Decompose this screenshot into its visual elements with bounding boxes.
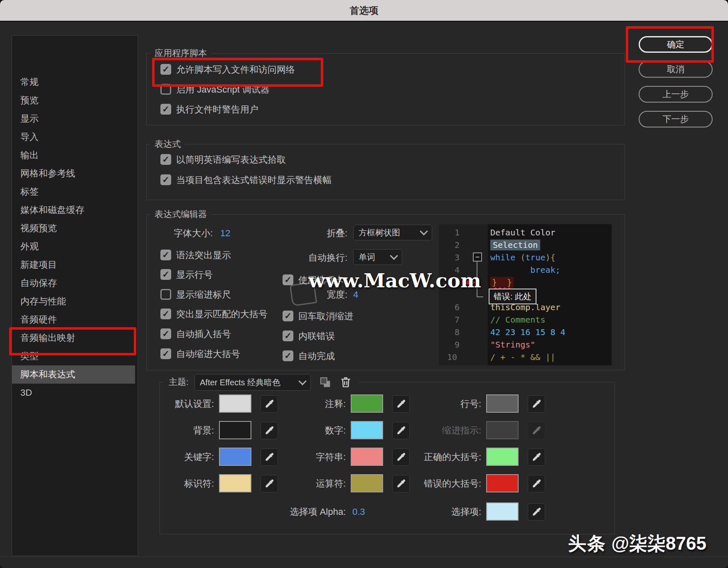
eyedropper-icon[interactable]	[528, 475, 545, 492]
preferences-dialog: 首选项 常规 预览 显示 导入 输出 网格和参考线 标签 媒体和磁盘缓存 视频预…	[0, 0, 728, 568]
color-indent-label: 缩进指示:	[390, 425, 481, 436]
checkbox-syntax-highlight[interactable]: ✓	[160, 250, 171, 260]
eyedropper-icon[interactable]	[528, 395, 545, 413]
checkbox-allow-scripts-write[interactable]: ✓	[160, 64, 171, 75]
code-line-string: "Strings"	[490, 338, 535, 351]
color-incorrect-braces-swatch[interactable]	[486, 474, 519, 492]
checkbox-warn-on-execute-label: 执行文件时警告用户	[176, 104, 258, 115]
line-number: 9	[439, 338, 460, 351]
group-expression-editor-title: 表达式编辑器	[150, 208, 211, 220]
sidebar-item-general[interactable]: 常规	[12, 73, 143, 91]
checkmark-icon: ✓	[162, 154, 170, 165]
checkmark-icon: ✓	[162, 104, 170, 115]
checkbox-show-indent-ruler-label: 显示缩进标尺	[176, 289, 231, 300]
sidebar-item-video-preview[interactable]: 视频预览	[12, 219, 143, 237]
duplicate-theme-icon[interactable]	[319, 376, 332, 389]
eyedropper-icon[interactable]	[528, 448, 545, 466]
checkmark-icon: ✓	[284, 331, 292, 341]
sidebar-item-type[interactable]: 类型	[12, 347, 143, 365]
sidebar-item-appearance[interactable]: 外观	[12, 237, 143, 256]
checkmark-icon: ✓	[162, 250, 170, 260]
color-background-swatch[interactable]	[219, 421, 251, 439]
sidebar-item-output[interactable]: 输出	[12, 146, 143, 164]
color-line-numbers-label: 行号:	[390, 398, 481, 409]
checkbox-show-line-numbers[interactable]: ✓	[160, 269, 171, 280]
selection-alpha-label: 选择项 Alpha:	[242, 506, 346, 517]
checkbox-show-indent-ruler[interactable]	[160, 289, 171, 300]
code-line-break: break;	[490, 264, 561, 276]
sidebar-item-scripting-expressions[interactable]: 脚本和表达式	[12, 365, 135, 384]
sidebar-item-auto-save[interactable]: 自动保存	[12, 274, 143, 292]
credit-text: 头条 @柒柒8765	[457, 531, 706, 556]
checkmark-icon: ✓	[284, 274, 292, 285]
folding-dropdown-value: 方框树状图	[359, 227, 400, 238]
title-bar: 首选项	[0, 0, 728, 22]
checkbox-enable-js-debugger-label: 启用 JavaScript 调试器	[176, 84, 270, 95]
sidebar-item-labels[interactable]: 标签	[12, 183, 143, 201]
color-incorrect-braces-label: 错误的大括号:	[390, 478, 481, 489]
color-strings-swatch[interactable]	[351, 448, 383, 466]
checkbox-auto-insert-parens[interactable]: ✓	[160, 328, 171, 339]
delete-theme-icon[interactable]	[339, 375, 352, 389]
category-sidebar: 常规 预览 显示 导入 输出 网格和参考线 标签 媒体和磁盘缓存 视频预览 外观…	[12, 35, 138, 556]
checkbox-warn-on-execute[interactable]: ✓	[160, 104, 171, 115]
color-line-numbers-swatch[interactable]	[486, 394, 519, 413]
line-number: 8	[439, 326, 460, 338]
checkbox-auto-indent-braces[interactable]: ✓	[160, 348, 171, 359]
sidebar-item-import[interactable]: 导入	[12, 128, 143, 146]
folding-dropdown[interactable]: 方框树状图	[353, 225, 432, 240]
color-correct-braces-swatch[interactable]	[486, 448, 519, 466]
theme-dropdown[interactable]: After Effects 经典暗色	[194, 374, 311, 391]
color-selection-swatch[interactable]	[486, 502, 519, 521]
sidebar-item-new-project[interactable]: 新建项目	[12, 256, 143, 274]
checkbox-enter-unindents[interactable]: ✓	[283, 311, 293, 321]
line-number: 10	[436, 351, 457, 363]
checkmark-icon: ✓	[162, 308, 170, 319]
sidebar-item-previews[interactable]: 预览	[12, 91, 143, 110]
word-wrap-label: 自动换行:	[277, 252, 347, 263]
sidebar-item-media-disk-cache[interactable]: 媒体和磁盘缓存	[12, 201, 143, 219]
color-default-swatch[interactable]	[219, 394, 251, 413]
word-wrap-dropdown[interactable]: 单词	[353, 249, 402, 265]
color-selection-label: 选择项:	[390, 506, 481, 517]
checkbox-syntax-highlight-label: 语法突出显示	[176, 250, 231, 260]
sidebar-item-memory-performance[interactable]: 内存与性能	[12, 292, 143, 311]
code-line-comment: // Comments	[490, 313, 545, 326]
color-background-label: 背景:	[131, 425, 214, 436]
font-size-value[interactable]: 12	[220, 228, 230, 238]
checkbox-plain-english-pickwhip[interactable]: ✓	[160, 154, 171, 165]
color-identifiers-swatch[interactable]	[219, 474, 251, 492]
selection-alpha-value[interactable]: 0.3	[352, 506, 365, 517]
color-operators-swatch[interactable]	[351, 474, 383, 492]
group-expressions	[146, 144, 625, 200]
next-button[interactable]: 下一步	[639, 111, 713, 127]
sidebar-item-3d[interactable]: 3D	[12, 384, 143, 402]
checkbox-inline-errors[interactable]: ✓	[283, 331, 293, 341]
checkbox-autocomplete[interactable]: ✓	[283, 350, 293, 361]
color-comments-label: 注释:	[263, 398, 346, 409]
eyedropper-icon[interactable]	[528, 503, 545, 521]
dialog-title: 首选项	[350, 4, 379, 17]
sidebar-item-audio-hardware[interactable]: 音频硬件	[12, 311, 143, 329]
color-default-label: 默认设置:	[131, 398, 214, 409]
checkbox-warning-banner[interactable]: ✓	[160, 174, 171, 185]
sidebar-item-audio-output-mapping[interactable]: 音频输出映射	[12, 329, 143, 347]
cancel-button[interactable]: 取消	[639, 61, 713, 78]
previous-button[interactable]: 上一步	[639, 86, 713, 103]
sidebar-item-grids-guides[interactable]: 网格和参考线	[12, 164, 143, 183]
checkbox-highlight-matching-braces-label: 突出显示匹配的大括号	[176, 308, 268, 319]
ok-button[interactable]: 确定	[639, 36, 713, 53]
watermark-text: www.MacW.com	[308, 269, 481, 292]
checkbox-use-tabs[interactable]: ✓	[283, 274, 293, 285]
sidebar-item-display[interactable]: 显示	[12, 110, 143, 128]
theme-dropdown-value: After Effects 经典暗色	[200, 377, 280, 388]
code-line-error-braces: } }	[490, 276, 514, 289]
checkbox-allow-scripts-write-label: 允许脚本写入文件和访问网络	[176, 64, 295, 75]
checkbox-enable-js-debugger[interactable]	[160, 84, 171, 95]
color-comments-swatch[interactable]	[351, 394, 383, 413]
checkbox-highlight-matching-braces[interactable]: ✓	[160, 308, 171, 319]
color-keywords-swatch[interactable]	[219, 448, 251, 466]
error-tooltip: 错误: 此处	[489, 289, 536, 304]
color-numbers-swatch[interactable]	[351, 421, 383, 439]
chevron-down-icon	[298, 377, 307, 385]
